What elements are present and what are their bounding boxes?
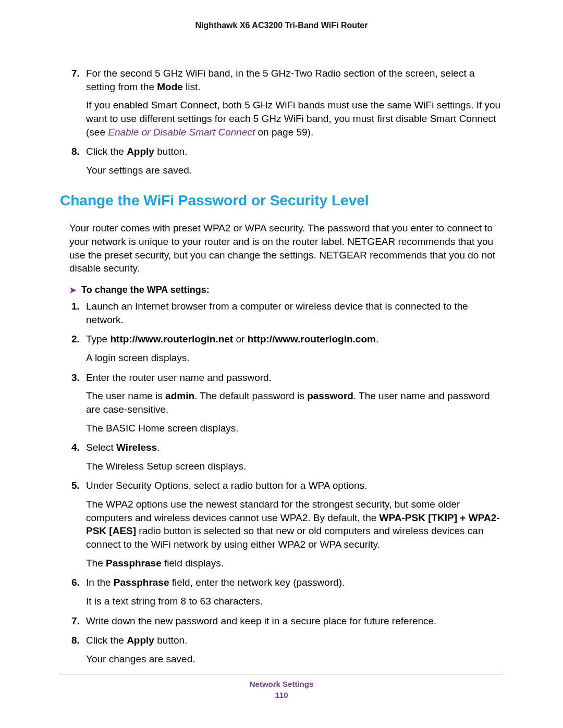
step-text: Under Security Options, select a radio b… xyxy=(86,480,367,491)
step-number: 2. xyxy=(71,332,80,346)
step-text: Type http://www.routerlogin.net or http:… xyxy=(86,334,378,344)
step-subtext: Your changes are saved. xyxy=(86,652,503,666)
step-subtext: The Wireless Setup screen displays. xyxy=(86,460,503,473)
step-number: 3. xyxy=(71,371,80,385)
step-text: Enter the router user name and password. xyxy=(86,372,272,383)
smart-connect-link[interactable]: Enable or Disable Smart Connect xyxy=(108,127,255,138)
task-steps-list: 1. Launch an Internet browser from a com… xyxy=(60,300,503,665)
list-item: 4. Select Wireless. The Wireless Setup s… xyxy=(86,441,503,473)
step-subtext: The WPA2 options use the newest standard… xyxy=(86,498,503,551)
step-subtext: Your settings are saved. xyxy=(86,164,503,177)
step-number: 7. xyxy=(71,614,80,628)
step-subtext: The BASIC Home screen displays. xyxy=(86,422,503,435)
continuation-steps: 7. For the second 5 GHz WiFi band, in th… xyxy=(60,67,503,177)
footer-page-number: 110 xyxy=(60,690,503,699)
chevron-right-icon: ➤ xyxy=(69,286,76,294)
step-number: 1. xyxy=(71,300,80,313)
step-subtext: The user name is admin. The default pass… xyxy=(86,389,503,416)
step-7: 7. For the second 5 GHz WiFi band, in th… xyxy=(86,67,503,139)
list-item: 3. Enter the router user name and passwo… xyxy=(86,371,503,435)
task-title: To change the WPA settings: xyxy=(81,285,210,295)
step-number: 5. xyxy=(71,479,80,492)
step-number: 8. xyxy=(71,145,80,158)
step-text: Select Wireless. xyxy=(86,442,160,453)
task-heading: ➤ To change the WPA settings: xyxy=(69,285,503,295)
step-subtext: The Passphrase field displays. xyxy=(86,557,503,570)
step-number: 4. xyxy=(71,441,80,454)
list-item: 7. Write down the new password and keep … xyxy=(86,614,503,628)
step-number: 6. xyxy=(71,576,80,589)
list-item: 5. Under Security Options, select a radi… xyxy=(86,479,503,570)
step-text: Click the Apply button. xyxy=(86,146,187,157)
step-subtext: It is a text string from 8 to 63 charact… xyxy=(86,595,503,608)
step-number: 7. xyxy=(71,67,80,80)
intro-paragraph: Your router comes with preset WPA2 or WP… xyxy=(69,221,503,275)
step-subtext: A login screen displays. xyxy=(86,351,503,365)
step-text: Click the Apply button. xyxy=(86,635,187,646)
list-item: 8. Click the Apply button. Your changes … xyxy=(86,634,503,665)
step-number: 8. xyxy=(71,634,80,647)
step-text: Launch an Internet browser from a comput… xyxy=(86,301,468,325)
step-text: In the Passphrase field, enter the netwo… xyxy=(86,577,345,588)
step-8: 8. Click the Apply button. Your settings… xyxy=(86,145,503,177)
list-item: 1. Launch an Internet browser from a com… xyxy=(86,300,503,326)
step-text: Write down the new password and keep it … xyxy=(86,615,436,626)
footer-divider xyxy=(60,674,503,674)
footer-section-name: Network Settings xyxy=(60,680,503,688)
step-text: For the second 5 GHz WiFi band, in the 5… xyxy=(86,68,475,92)
page-footer: Network Settings 110 xyxy=(60,674,503,699)
document-page: Nighthawk X6 AC3200 Tri-Band WiFi Router… xyxy=(0,0,563,728)
page-header-title: Nighthawk X6 AC3200 Tri-Band WiFi Router xyxy=(60,21,503,30)
step-subtext: If you enabled Smart Connect, both 5 GHz… xyxy=(86,98,503,139)
list-item: 2. Type http://www.routerlogin.net or ht… xyxy=(86,332,503,364)
section-heading: Change the WiFi Password or Security Lev… xyxy=(60,192,503,209)
list-item: 6. In the Passphrase field, enter the ne… xyxy=(86,576,503,608)
